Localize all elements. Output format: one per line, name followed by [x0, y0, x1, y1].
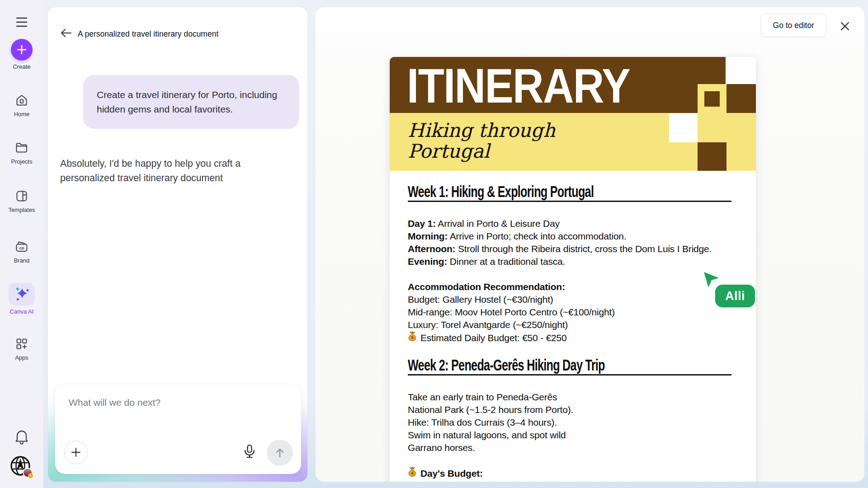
sidebar-item-label: Home: [14, 111, 30, 117]
document-line: Luxury: Torel Avantgarde (~€250/night): [408, 319, 731, 331]
sidebar-item-label: Apps: [15, 355, 28, 361]
assistant-message: Absolutely, I'd be happy to help you cra…: [60, 156, 282, 185]
templates-icon: [15, 188, 28, 204]
document-line: Swim in natural lagoons, and spot wild: [408, 429, 731, 441]
document-line: $Estimated Daily Budget: €50 - €250: [408, 331, 731, 344]
home-icon: [15, 93, 28, 108]
close-icon[interactable]: [838, 20, 852, 33]
document-line: Day 1: Arrival in Porto & Leisure Day: [408, 217, 731, 230]
document-line: Morning: Arrive in Porto; check into acc…: [408, 230, 731, 243]
notifications-bell-icon[interactable]: [13, 428, 31, 446]
menu-icon[interactable]: [12, 15, 31, 30]
sidebar-item-label: Projects: [11, 159, 33, 164]
user-message-bubble: Create a travel itinerary for Porto, inc…: [83, 75, 299, 129]
sidebar-item-projects[interactable]: Projects: [0, 140, 43, 164]
plus-icon: [11, 39, 33, 61]
add-attachment-button[interactable]: [64, 441, 88, 464]
sidebar-item-label: Templates: [8, 207, 35, 213]
header-white-square: [669, 113, 698, 142]
document-line: Afternoon: Stroll through the Ribeira di…: [408, 243, 731, 255]
canva-app: CreateHomeProjectsTemplatescoBrandCanva …: [0, 0, 868, 488]
apps-icon: [15, 336, 28, 352]
chat-panel: A personalized travel itinerary document…: [48, 7, 307, 482]
document-page[interactable]: ITINERARY Hiking through Portugal Week 1…: [390, 57, 756, 482]
document-line: Transport: €25-50 (tour/transfer): [408, 480, 731, 482]
header-brown-square-bottom: [698, 142, 726, 171]
back-arrow-icon[interactable]: [59, 26, 73, 41]
paragraph-gap: [408, 268, 731, 281]
sidebar-item-label: Brand: [14, 258, 30, 263]
document-line: Take an early train to Peneda-Gerês: [408, 391, 731, 404]
chat-input[interactable]: What will we do next?: [55, 385, 301, 474]
document-line: Budget: Gallery Hostel (~€30/night): [408, 293, 731, 306]
document-body: Week 1: Hiking & Exploring PortugalDay 1…: [390, 183, 756, 482]
sidebar-item-label: Canva AI: [10, 309, 34, 314]
document-line: Evening: Dinner at a traditional tasca.: [408, 255, 731, 268]
heading-rule: [408, 201, 731, 202]
sidebar-item-create[interactable]: Create: [0, 39, 43, 70]
sidebar-item-brand[interactable]: coBrand: [0, 239, 43, 263]
sparkles-icon: [9, 283, 35, 305]
paragraph-gap: [408, 454, 731, 467]
document-line: Mid-range: Moov Hotel Porto Centro (~€10…: [408, 306, 731, 319]
header-small-brown-square: [704, 91, 720, 107]
header-brown-square: [726, 84, 756, 113]
send-button[interactable]: [267, 440, 293, 466]
sidebar-item-templates[interactable]: Templates: [0, 188, 43, 213]
chat-title: A personalized travel itinerary document: [78, 29, 218, 39]
microphone-icon[interactable]: [242, 444, 257, 460]
document-subtitle: Hiking through Portugal: [408, 120, 556, 162]
go-to-editor-button[interactable]: Go to editor: [761, 14, 826, 37]
heading-rule: [408, 374, 731, 375]
svg-text:co: co: [19, 246, 24, 250]
document-header-graphic: ITINERARY Hiking through Portugal: [390, 57, 756, 171]
sidebar: CreateHomeProjectsTemplatescoBrandCanva …: [0, 0, 43, 488]
document-line: Hike: Trilha dos Currais (3–4 hours).: [408, 416, 731, 429]
money-bag-icon: $: [408, 331, 417, 344]
document-title: ITINERARY: [407, 61, 630, 110]
folder-icon: [15, 140, 28, 155]
document-section-heading: Week 2: Peneda-Gerês Hiking Day Trip: [408, 357, 731, 373]
document-preview-panel: Go to editor ITINERARY Hiking through Po…: [316, 7, 864, 482]
chat-input-placeholder: What will we do next?: [69, 397, 160, 408]
sidebar-item-canva-ai[interactable]: Canva AI: [0, 283, 43, 314]
sidebar-item-label: Create: [13, 64, 30, 70]
document-line: $Day's Budget:: [408, 467, 731, 480]
document-line: Accommodation Recommendation:: [408, 281, 731, 293]
document-section-heading: Week 1: Hiking & Exploring Portugal: [408, 183, 731, 200]
avatar[interactable]: !: [10, 455, 31, 476]
document-line: Garrano horses.: [408, 441, 731, 454]
money-bag-icon: $: [408, 467, 417, 480]
avatar-alert-badge: !: [28, 473, 33, 478]
brand-icon: co: [14, 239, 29, 254]
document-line: National Park (~1.5-2 hours from Porto).: [408, 404, 731, 416]
sidebar-item-home[interactable]: Home: [0, 93, 43, 117]
sidebar-item-apps[interactable]: Apps: [0, 336, 43, 361]
